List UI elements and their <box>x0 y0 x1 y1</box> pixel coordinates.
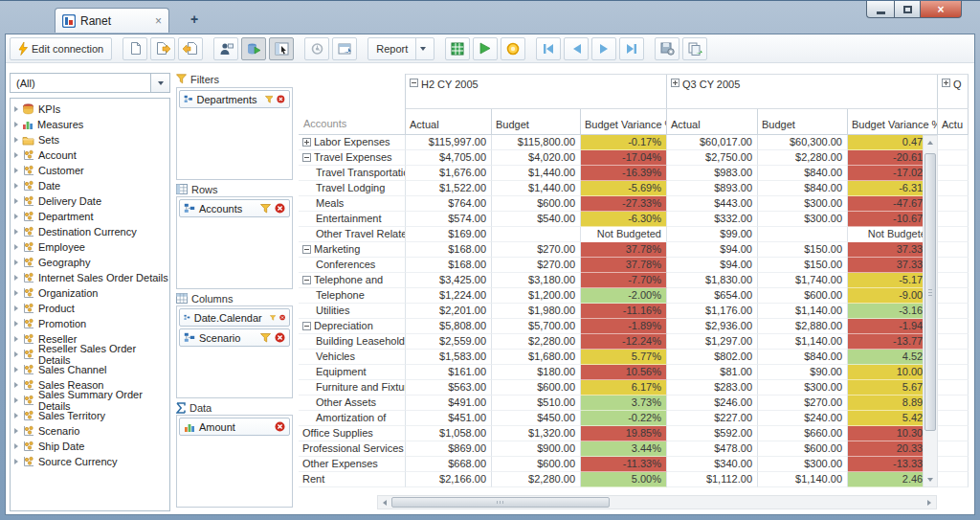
column-header[interactable]: Budget Variance % <box>848 109 938 134</box>
user-connection-button[interactable] <box>213 37 238 60</box>
value-cell[interactable]: $1,440.00 <box>492 166 581 181</box>
value-cell[interactable]: $300.00 <box>758 380 848 396</box>
value-cell[interactable]: $600.00 <box>758 288 848 304</box>
variance-cell[interactable]: -11.16% <box>581 304 667 319</box>
value-cell[interactable]: $240.00 <box>758 411 848 426</box>
value-cell[interactable]: $654.00 <box>667 288 758 304</box>
value-cell[interactable]: $60,300.00 <box>758 135 848 150</box>
value-cell[interactable]: $1,140.00 <box>758 472 848 487</box>
variance-cell[interactable]: Not Budgeted <box>581 227 667 242</box>
horizontal-scrollbar[interactable] <box>377 495 937 509</box>
collapse-icon[interactable] <box>302 245 311 254</box>
row-header-cell[interactable]: Travel Transportation <box>299 166 406 181</box>
collapse-icon[interactable] <box>302 322 311 330</box>
nav-last-button[interactable] <box>619 37 644 60</box>
value-cell[interactable]: $491.00 <box>406 396 492 411</box>
value-cell[interactable]: $840.00 <box>758 166 848 181</box>
value-cell[interactable]: $660.00 <box>758 426 848 441</box>
remove-icon[interactable] <box>275 203 285 214</box>
value-cell[interactable]: $270.00 <box>758 396 848 411</box>
scroll-left-button[interactable] <box>378 496 391 509</box>
pivot-chip[interactable]: Date.Calendar <box>179 308 290 327</box>
expand-arrow-icon[interactable] <box>14 244 18 250</box>
pivot-chip[interactable]: Scenario <box>179 328 290 347</box>
dimension-filter-dropdown[interactable]: (All) <box>10 73 170 93</box>
close-button[interactable]: × <box>921 1 962 18</box>
minimize-button[interactable] <box>866 1 894 18</box>
value-cell[interactable]: $574.00 <box>406 212 492 227</box>
value-cell[interactable]: $802.00 <box>667 350 758 365</box>
value-cell[interactable]: $2,280.00 <box>492 472 581 487</box>
open-report-button[interactable] <box>150 37 175 60</box>
column-header[interactable]: Actu <box>938 109 969 134</box>
scroll-right-button[interactable] <box>923 496 936 509</box>
tree-item[interactable]: Sets <box>11 132 169 147</box>
value-cell[interactable]: $1,440.00 <box>492 181 581 196</box>
expand-arrow-icon[interactable] <box>14 382 18 388</box>
value-cell[interactable]: $1,740.00 <box>758 273 848 288</box>
value-cell[interactable]: $900.00 <box>492 441 581 457</box>
value-cell[interactable]: $869.00 <box>406 441 492 457</box>
tab-ranet[interactable]: Ranet × <box>55 8 169 33</box>
tree-item[interactable]: Measures <box>11 117 169 132</box>
tree-item[interactable]: Customer <box>11 163 169 178</box>
value-cell[interactable]: $1,680.00 <box>492 350 581 365</box>
row-header-cell[interactable]: Labor Expenses <box>299 135 406 150</box>
value-cell[interactable]: $2,166.00 <box>406 472 492 487</box>
tree-item[interactable]: Account <box>11 147 169 163</box>
column-group-header[interactable]: Q3 CY 2005 <box>667 75 938 108</box>
value-cell[interactable]: $300.00 <box>758 196 848 212</box>
run-query-button[interactable] <box>473 37 498 60</box>
filter-icon[interactable] <box>270 313 276 323</box>
value-cell[interactable]: $90.00 <box>758 365 848 380</box>
row-header-cell[interactable]: Utilities <box>299 304 406 319</box>
expand-arrow-icon[interactable] <box>14 397 18 403</box>
value-cell[interactable]: $3,180.00 <box>492 273 581 288</box>
variance-cell[interactable]: -1.89% <box>581 319 667 334</box>
warnings-button[interactable] <box>501 37 525 60</box>
value-cell[interactable]: $150.00 <box>758 242 848 258</box>
value-cell[interactable]: $1,830.00 <box>667 273 758 288</box>
column-header[interactable]: Actual <box>667 109 758 134</box>
variance-cell[interactable]: 19.85% <box>581 426 667 441</box>
row-header-cell[interactable]: Telephone <box>299 288 406 304</box>
value-cell[interactable]: $450.00 <box>492 411 581 426</box>
expand-arrow-icon[interactable] <box>14 290 18 296</box>
value-cell[interactable]: $2,750.00 <box>667 150 758 166</box>
value-cell[interactable]: $510.00 <box>492 396 581 411</box>
row-header-cell[interactable]: Other Travel Related <box>299 227 406 242</box>
tree-item[interactable]: Ship Date <box>11 439 169 454</box>
value-cell[interactable]: $668.00 <box>406 457 492 472</box>
row-header-cell[interactable]: Other Assets <box>299 396 406 411</box>
value-cell[interactable]: $150.00 <box>758 258 848 273</box>
row-header-cell[interactable]: Travel Lodging <box>299 181 406 196</box>
pivot-chip[interactable]: Accounts <box>179 199 290 217</box>
variance-cell[interactable]: 5.00% <box>581 472 667 487</box>
row-header-cell[interactable]: Meals <box>299 196 406 212</box>
expand-arrow-icon[interactable] <box>14 336 18 342</box>
tree-item[interactable]: Sales Summary Order Details <box>11 393 169 408</box>
row-header-cell[interactable]: Marketing <box>299 242 406 258</box>
row-header-cell[interactable]: Vehicles <box>299 350 406 365</box>
variance-cell[interactable]: 6.17% <box>581 380 667 396</box>
variance-cell[interactable]: -17.04% <box>581 150 667 166</box>
row-header-cell[interactable]: Equipment <box>299 365 406 380</box>
value-cell[interactable]: $443.00 <box>667 196 758 212</box>
expand-arrow-icon[interactable] <box>14 275 18 281</box>
filters-zone[interactable]: Departments <box>176 87 293 180</box>
tree-item[interactable]: Reseller Sales Order Details <box>11 347 169 362</box>
value-cell[interactable]: $283.00 <box>667 380 758 396</box>
column-header[interactable]: Budget <box>758 109 848 134</box>
column-group-header[interactable]: H2 CY 2005 <box>406 75 667 108</box>
filter-icon[interactable] <box>265 95 274 104</box>
variance-cell[interactable]: 5.77% <box>581 350 667 365</box>
variance-cell[interactable]: -27.33% <box>581 196 667 212</box>
value-cell[interactable]: $5,700.00 <box>492 319 581 334</box>
nav-previous-button[interactable] <box>564 37 589 60</box>
value-cell[interactable]: $4,020.00 <box>492 150 581 166</box>
value-cell[interactable]: $2,559.00 <box>406 334 492 350</box>
dropdown-button[interactable] <box>150 74 169 92</box>
value-cell[interactable]: $1,140.00 <box>758 334 848 350</box>
value-cell[interactable]: $1,980.00 <box>492 304 581 319</box>
value-cell[interactable]: $983.00 <box>667 166 758 181</box>
